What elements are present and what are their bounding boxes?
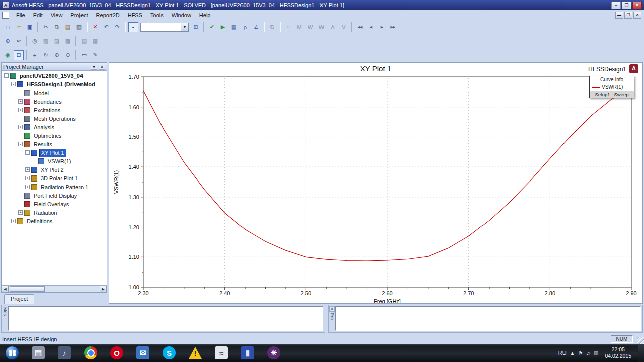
menu-project[interactable]: Project [66, 11, 92, 19]
resize-grip[interactable] [637, 337, 644, 344]
wave-peak-icon[interactable]: Λ [328, 22, 338, 32]
menu-hfss[interactable]: HFSS [124, 11, 146, 19]
progress-tab[interactable]: ✕ Pro [329, 305, 335, 332]
wave-valley-icon[interactable]: V [339, 22, 349, 32]
tree-item-results[interactable]: -Results [2, 140, 106, 148]
insert-design-icon[interactable]: ⊕ [3, 36, 13, 46]
expand-toggle-icon[interactable]: + [25, 185, 30, 189]
tree-item-field-overlays[interactable]: Field Overlays [2, 200, 106, 208]
message-manager-content[interactable] [8, 306, 323, 331]
apply-report-icon[interactable]: ⊞ [191, 22, 201, 32]
world-view-icon[interactable]: ◉ [3, 50, 13, 60]
xy-plot-canvas[interactable]: 2.302.402.502.602.702.802.901.001.101.20… [109, 74, 642, 303]
expand-toggle-icon[interactable]: + [18, 125, 23, 129]
rotate-view-icon[interactable]: ↻ [41, 50, 51, 60]
select-mode-icon[interactable]: ▪ [128, 22, 138, 32]
shade-box-icon[interactable]: ▨ [52, 36, 62, 46]
menu-edit[interactable]: Edit [29, 11, 47, 19]
progress-content[interactable] [335, 306, 641, 331]
tree-item-radiation-pattern-1[interactable]: +Radiation Pattern 1 [2, 183, 106, 191]
browser-icon[interactable] [77, 344, 104, 362]
menu-tools[interactable]: Tools [146, 11, 168, 19]
hfss-app-icon[interactable]: ✳ [261, 344, 287, 362]
network-icon[interactable]: ▥ [594, 350, 598, 356]
tree-item-mesh-operations[interactable]: Mesh Operations [2, 114, 106, 123]
copy-icon[interactable]: ⧉ [52, 22, 62, 32]
signature-icon[interactable]: ≈ [208, 344, 234, 362]
opera-icon[interactable]: O [104, 344, 130, 362]
progress-close-button[interactable]: ✕ [329, 306, 335, 312]
tree-item-hfssdesign1-drivenmod[interactable]: -HFSSDesign1 (DrivenMod [2, 80, 106, 88]
wave-m-icon[interactable]: M [294, 22, 304, 32]
wave-w1-icon[interactable]: W [305, 22, 315, 32]
save-icon[interactable]: ▣ [25, 22, 35, 32]
mdi-restore-button[interactable]: ❐ [624, 12, 632, 19]
expand-toggle-icon[interactable]: + [25, 167, 30, 172]
tree-item-radiation[interactable]: +Radiation [2, 208, 106, 217]
tab-project[interactable]: Project [4, 294, 34, 304]
skype-icon[interactable]: S [156, 344, 182, 362]
paste-icon[interactable]: ▤ [63, 22, 73, 32]
redo-icon[interactable]: ↷ [112, 22, 122, 32]
zoom-out-icon[interactable]: ⊖ [63, 50, 73, 60]
orbit-icon[interactable]: ◎ [30, 36, 40, 46]
expand-toggle-icon[interactable]: + [11, 219, 16, 223]
print-icon[interactable]: ▥ [74, 22, 84, 32]
system-app-icon[interactable]: ▤ [25, 344, 51, 362]
scroll-right-button[interactable]: ▶ [100, 286, 107, 292]
warning-icon[interactable]: ! [182, 344, 208, 362]
mail-icon[interactable]: ✉ [130, 344, 156, 362]
collapse-toggle-icon[interactable]: - [4, 73, 9, 78]
language-indicator[interactable]: RU [558, 350, 567, 356]
grid-icon[interactable]: ▦ [90, 36, 100, 46]
tree-item-3d-polar-plot-1[interactable]: +3D Polar Plot 1 [2, 174, 106, 183]
delete-icon[interactable]: ✕ [90, 22, 100, 32]
wave-w2-icon[interactable]: W [316, 22, 327, 32]
expand-toggle-icon[interactable]: + [18, 99, 23, 104]
menu-file[interactable]: File [12, 11, 29, 19]
next-frame-icon[interactable]: ▶ [377, 22, 387, 32]
maximize-button[interactable]: ❐ [622, 2, 631, 9]
tree-item-vswr-1[interactable]: VSWR(1) [2, 157, 106, 165]
snapshot-icon[interactable]: ⧉ [267, 22, 277, 32]
sweep-angle-icon[interactable]: ∠ [251, 22, 261, 32]
tree-item-definitions[interactable]: +Definitions [2, 217, 106, 225]
hidden-icons-arrow[interactable]: ▲ [570, 350, 575, 356]
start-button[interactable] [5, 346, 19, 360]
last-frame-icon[interactable]: ▶▶ [388, 22, 398, 32]
first-frame-icon[interactable]: ◀◀ [355, 22, 365, 32]
tree-item-model[interactable]: Model [2, 88, 106, 97]
tree-item-optimetrics[interactable]: Optimetrics [2, 131, 106, 140]
tree-item-excitations[interactable]: +Excitations [2, 106, 106, 114]
analyze-all-icon[interactable]: ▶ [218, 22, 228, 32]
solid-box-icon[interactable]: ▩ [63, 36, 73, 46]
cut-icon[interactable]: ✂ [41, 22, 51, 32]
mdi-close-button[interactable]: ✕ [633, 12, 641, 19]
tree-item-analysis[interactable]: +Analysis [2, 123, 106, 131]
panel-close-button[interactable]: ✕ [99, 64, 105, 70]
scroll-left-button[interactable]: ◀ [2, 286, 9, 292]
report-combobox[interactable]: ▼ [140, 23, 189, 32]
prev-frame-icon[interactable]: ◀ [366, 22, 376, 32]
chevron-down-icon[interactable]: ▼ [181, 23, 188, 31]
menu-view[interactable]: View [47, 11, 67, 19]
tree-item-xy-plot-2[interactable]: +XY Plot 2 [2, 165, 106, 174]
wave-sine-icon[interactable]: ≈ [283, 22, 293, 32]
tray-volume-icon[interactable]: ♫ [586, 350, 590, 356]
curve-info-legend[interactable]: Curve Info VSWR(1) Setup1 : Sweep [589, 76, 634, 98]
panel-menu-button[interactable]: ▾ [91, 64, 97, 70]
show-desktop-button[interactable] [638, 344, 644, 362]
solution-data-icon[interactable]: ▦ [229, 22, 239, 32]
wire-box-icon[interactable]: ▧ [41, 36, 51, 46]
menu-window[interactable]: Window [168, 11, 195, 19]
minimize-button[interactable]: – [611, 2, 621, 9]
new-file-icon[interactable]: □ [3, 22, 13, 32]
collapse-toggle-icon[interactable]: - [11, 82, 16, 86]
tree-item-xy-plot-1[interactable]: -XY Plot 1 [2, 148, 106, 157]
menu-help[interactable]: Help [195, 11, 215, 19]
action-center-icon[interactable]: ⚑ [579, 350, 583, 356]
plane-icon[interactable]: ▤ [79, 36, 89, 46]
mdi-minimize-button[interactable]: ▬ [615, 12, 623, 19]
close-button[interactable]: ✕ [632, 2, 642, 9]
collapse-toggle-icon[interactable]: - [18, 142, 23, 146]
